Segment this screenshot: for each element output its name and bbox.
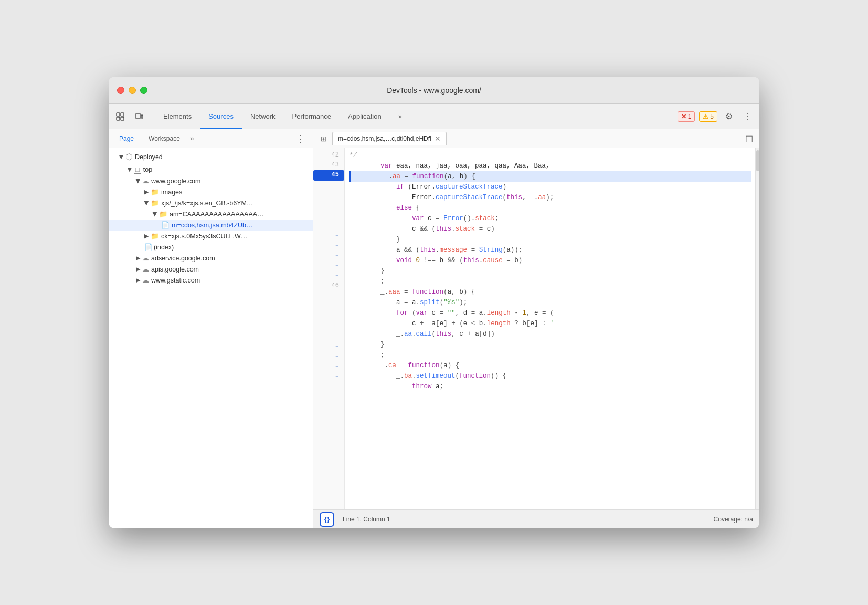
tree-item-am[interactable]: ▶ 📁 am=CAAAAAAAAAAAAAAAA…: [109, 208, 313, 220]
tab-network[interactable]: Network: [242, 105, 284, 129]
tab-performance[interactable]: Performance: [284, 105, 340, 129]
code-line-d18: _.ba.setTimeout(function() {: [349, 371, 751, 381]
cube-icon: ⬡: [125, 152, 133, 162]
cloud-icon: ☁: [142, 276, 149, 284]
left-panel: Page Workspace » ⋮ ▶ ⬡ Deployed ▶ □: [109, 129, 313, 528]
tree-item-label: xjs/_/js/k=xjs.s.en_GB.-b6YM…: [161, 200, 253, 207]
minimize-button[interactable]: [129, 87, 136, 94]
tree-item-xjs[interactable]: ▶ 📁 xjs/_/js/k=xjs.s.en_GB.-b6YM…: [109, 197, 313, 208]
editor-collapse-icon[interactable]: ◫: [743, 132, 755, 145]
line-num-d19: –: [313, 372, 344, 382]
tab-more[interactable]: »: [390, 105, 410, 129]
line-num-45: 45: [313, 170, 344, 180]
tree-item-label: www.gstatic.com: [151, 277, 200, 284]
line-num-d11: –: [313, 291, 344, 301]
tree-item-label: (index): [154, 244, 174, 251]
devtools-tab-bar: Elements Sources Network Performance App…: [109, 104, 759, 129]
line-num-d13: –: [313, 311, 344, 321]
scrollbar-thumb[interactable]: [756, 150, 759, 171]
editor-file-tab[interactable]: m=cdos,hsm,jsa,…c,dtl0hd,eHDfl ✕: [332, 132, 447, 145]
arrow-icon: ▶: [126, 168, 133, 172]
tab-close-icon[interactable]: ✕: [435, 134, 441, 143]
line-num-43: 43: [313, 160, 344, 170]
tab-sources[interactable]: Sources: [200, 105, 242, 129]
line-num-42: 42: [313, 150, 344, 160]
code-line-d12: for (var c = "", d = a.length - 1, e = (: [349, 308, 751, 318]
panel-tab-page[interactable]: Page: [113, 133, 140, 144]
tree-item-images[interactable]: ▶ 📁 images: [109, 186, 313, 197]
line-numbers: 42 43 45 – – – – – – – – – – 46 – – –: [313, 148, 345, 509]
settings-icon[interactable]: ⚙: [722, 109, 736, 124]
arrow-icon: ▶: [118, 155, 125, 159]
code-line-d5: c && (this.stack = c): [349, 224, 751, 234]
maximize-button[interactable]: [140, 87, 147, 94]
traffic-lights: [117, 87, 147, 94]
more-options-icon[interactable]: ⋮: [740, 109, 755, 124]
line-num-d4: –: [313, 211, 344, 221]
code-line-42: */: [349, 150, 751, 161]
line-num-d12: –: [313, 301, 344, 311]
tree-item-apis[interactable]: ▶ ☁ apis.google.com: [109, 264, 313, 275]
tree-item-top[interactable]: ▶ □ top: [109, 163, 313, 175]
devtools-window: DevTools - www.google.com/ Ele: [109, 77, 759, 528]
arrow-icon: ▶: [136, 277, 140, 284]
line-num-d10: –: [313, 271, 344, 281]
device-toggle-icon[interactable]: [132, 109, 146, 124]
tree-item-google[interactable]: ▶ ☁ www.google.com: [109, 175, 313, 186]
panel-tab-workspace[interactable]: Workspace: [142, 133, 186, 144]
cloud-icon: ☁: [142, 265, 149, 273]
code-line-d9: }: [349, 266, 751, 276]
line-num-d7: –: [313, 241, 344, 251]
panel-menu-icon[interactable]: ⋮: [293, 132, 309, 145]
arrow-icon: ▶: [143, 201, 150, 205]
panel-tabs-more[interactable]: »: [188, 133, 196, 144]
tab-bar-icons: [113, 104, 146, 129]
tree-item-label: images: [161, 189, 182, 196]
file-tree: ▶ ⬡ Deployed ▶ □ top ▶ ☁ www.google.com: [109, 148, 313, 528]
close-button[interactable]: [117, 87, 124, 94]
code-line-d16: ;: [349, 350, 751, 360]
svg-rect-5: [141, 115, 143, 118]
svg-rect-2: [117, 117, 120, 120]
code-content[interactable]: */ var eaa, naa, jaa, oaa, paa, qaa, Aaa…: [345, 148, 755, 509]
tree-item-index[interactable]: 📄 (index): [109, 242, 313, 253]
code-line-43: var eaa, naa, jaa, oaa, paa, qaa, Aaa, B…: [349, 161, 751, 171]
tree-item-label: ck=xjs.s.0Mx5ys3sCUI.L.W…: [161, 233, 247, 240]
vertical-scrollbar[interactable]: [755, 148, 759, 509]
folder-icon: 📁: [151, 199, 159, 207]
editor-sidebar-toggle[interactable]: ⊞: [317, 132, 330, 145]
error-badge[interactable]: ✕ 1: [678, 111, 695, 122]
tree-item-label: m=cdos,hsm,jsa,mb4ZUb…: [172, 222, 253, 229]
tab-elements[interactable]: Elements: [155, 105, 200, 129]
tree-item-mcdos[interactable]: 📄 m=cdos,hsm,jsa,mb4ZUb…: [109, 220, 313, 231]
tab-application[interactable]: Application: [340, 105, 390, 129]
inspect-icon[interactable]: [113, 109, 128, 124]
code-line-d14: _.aa.call(this, c + a[d]): [349, 329, 751, 339]
folder-icon: 📁: [159, 210, 167, 218]
format-button[interactable]: {}: [320, 512, 334, 527]
tree-item-deployed[interactable]: ▶ ⬡ Deployed: [109, 150, 313, 163]
left-panel-header: Page Workspace » ⋮: [109, 129, 313, 148]
line-num-d16: –: [313, 342, 344, 352]
code-line-d7: a && (this.message = String(a));: [349, 245, 751, 255]
tree-item-label: top: [143, 166, 152, 173]
status-bar: {} Line 1, Column 1 Coverage: n/a: [313, 509, 759, 528]
tree-item-adservice[interactable]: ▶ ☁ adservice.google.com: [109, 253, 313, 264]
code-line-d2: Error.captureStackTrace(this, _.aa);: [349, 192, 751, 203]
code-line-45: _.aa = function(a, b) {: [349, 171, 751, 182]
warn-badge[interactable]: ⚠ 5: [699, 111, 717, 122]
tree-item-ck[interactable]: ▶ 📁 ck=xjs.s.0Mx5ys3sCUI.L.W…: [109, 231, 313, 242]
folder-icon: 📁: [151, 188, 159, 196]
code-line-d1: if (Error.captureStackTrace): [349, 182, 751, 192]
tree-item-label: apis.google.com: [151, 266, 199, 273]
code-line-d19: throw a;: [349, 381, 751, 392]
tree-item-label: Deployed: [135, 153, 163, 161]
main-tabs: Elements Sources Network Performance App…: [155, 104, 678, 129]
tree-item-gstatic[interactable]: ▶ ☁ www.gstatic.com: [109, 275, 313, 286]
arrow-icon: ▶: [152, 212, 158, 216]
code-area[interactable]: 42 43 45 – – – – – – – – – – 46 – – –: [313, 148, 759, 509]
right-panel: ⊞ m=cdos,hsm,jsa,…c,dtl0hd,eHDfl ✕ ◫ 42 …: [313, 129, 759, 528]
line-num-d8: –: [313, 251, 344, 261]
title-bar: DevTools - www.google.com/: [109, 77, 759, 104]
file-icon: 📄: [144, 243, 152, 251]
